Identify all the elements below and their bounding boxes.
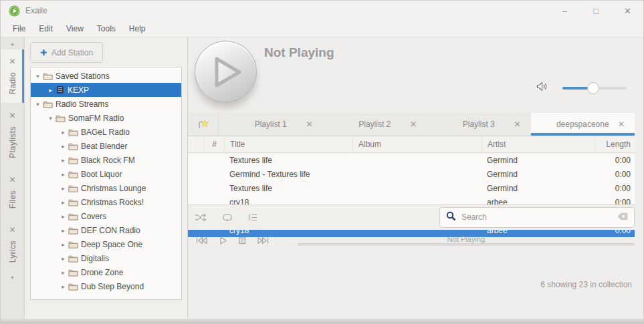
- close-tab-icon[interactable]: ✕: [514, 120, 520, 129]
- tree-item-label: Drone Zone: [81, 268, 123, 277]
- close-panel-icon[interactable]: ✕: [9, 225, 15, 234]
- header-title[interactable]: Title: [224, 136, 352, 152]
- repeat-button[interactable]: [222, 213, 233, 222]
- track-row[interactable]: Germind - Textures life Germind 0:00: [188, 167, 635, 181]
- title-bar: Exaile – □ ✕: [1, 1, 643, 21]
- stations-tree: ▾ Saved Stations ▸: [30, 67, 182, 300]
- tree-item-covers[interactable]: ▸ Covers: [31, 209, 181, 223]
- playlist-tab-label: Playlist 2: [358, 120, 391, 129]
- tree-item-bagel-radio[interactable]: ▸ BAGeL Radio: [31, 125, 181, 139]
- header-num[interactable]: #: [204, 136, 224, 152]
- side-tab-radio[interactable]: ✕ Radio: [1, 49, 24, 103]
- tree-item-def-con-radio[interactable]: ▸ DEF CON Radio: [31, 223, 181, 237]
- menu-item-view[interactable]: View: [60, 24, 90, 33]
- menu-item-file[interactable]: File: [6, 24, 32, 33]
- play-button[interactable]: [218, 236, 227, 245]
- volume-slider[interactable]: [562, 82, 627, 94]
- menu-item-edit[interactable]: Edit: [32, 24, 60, 33]
- tree-item-radio-streams[interactable]: ▾ Radio Streams: [31, 97, 181, 111]
- playlist-tab-bar: Playlist 1 ✕ Playlist 2 ✕ Playlist 3 ✕ d…: [188, 113, 635, 136]
- track-row[interactable]: Textures life Germind 0:00: [188, 181, 635, 195]
- speaker-icon[interactable]: [536, 82, 548, 94]
- header-length[interactable]: Length: [595, 136, 635, 152]
- playlist-tab-playlist-3[interactable]: Playlist 3 ✕: [427, 113, 531, 136]
- expander-icon[interactable]: ▸: [59, 283, 68, 290]
- expander-icon[interactable]: ▾: [33, 101, 42, 108]
- tree-item-beat-blender[interactable]: ▸ Beat Blender: [31, 139, 181, 153]
- tree-item-label: Deep Space One: [81, 240, 142, 249]
- expander-icon[interactable]: ▸: [59, 199, 68, 206]
- playlist-tab-playlist-2[interactable]: Playlist 2 ✕: [323, 113, 427, 136]
- new-playlist-button[interactable]: [188, 113, 219, 136]
- plus-icon: ✚: [40, 48, 47, 57]
- next-button[interactable]: [257, 236, 270, 245]
- expander-icon[interactable]: ▸: [59, 129, 68, 136]
- clear-search-icon[interactable]: [617, 211, 628, 223]
- maximize-button[interactable]: □: [580, 6, 612, 16]
- tree-item-somafm-radio[interactable]: ▾ SomaFM Radio: [31, 111, 181, 125]
- expander-icon[interactable]: ▸: [59, 185, 68, 192]
- radio-panel: ✚ Add Station ▾ Saved Stations ▸: [25, 37, 188, 319]
- header-album[interactable]: Album: [352, 136, 481, 152]
- previous-button[interactable]: [195, 236, 208, 245]
- seek-bar[interactable]: Not Playing: [298, 235, 635, 246]
- side-tab-lyrics[interactable]: ✕ Lyrics: [1, 218, 24, 271]
- expander-icon[interactable]: ▸: [59, 171, 68, 178]
- playlist-tab-playlist-1[interactable]: Playlist 1 ✕: [219, 113, 323, 136]
- cell-artist: Germind: [481, 156, 595, 165]
- expander-icon[interactable]: ▸: [59, 213, 68, 220]
- expander-icon[interactable]: ▸: [59, 255, 68, 262]
- tree-item-label: Radio Streams: [56, 100, 108, 109]
- content-area: ▲ ✕ Radio ✕ Playlists ✕ Files ✕ Lyrics ▼…: [1, 37, 643, 319]
- tree-item-label: Christmas Rocks!: [81, 198, 144, 207]
- playlist-tab-deepspaceone[interactable]: deepspaceone ✕: [531, 113, 635, 136]
- expander-icon[interactable]: ▸: [59, 269, 68, 276]
- header-artist[interactable]: Artist: [481, 136, 595, 152]
- close-panel-icon[interactable]: ✕: [9, 111, 15, 120]
- exaile-window: Exaile – □ ✕ FileEditViewToolsHelp ▲ ✕ R…: [0, 0, 644, 324]
- expander-icon[interactable]: ▸: [59, 241, 68, 248]
- tree-item-digitalis[interactable]: ▸ Digitalis: [31, 251, 181, 265]
- expander-icon[interactable]: ▸: [46, 87, 55, 94]
- menu-bar: FileEditViewToolsHelp: [1, 21, 643, 37]
- tree-item-christmas-lounge[interactable]: ▸ Christmas Lounge: [31, 181, 181, 195]
- volume-thumb[interactable]: [587, 82, 599, 94]
- folder-icon: [56, 114, 66, 122]
- tree-item-christmas-rocks[interactable]: ▸ Christmas Rocks!: [31, 195, 181, 209]
- expander-icon[interactable]: ▾: [46, 115, 55, 122]
- expander-icon[interactable]: ▸: [59, 143, 68, 150]
- expander-icon[interactable]: ▾: [33, 73, 42, 79]
- menu-item-tools[interactable]: Tools: [90, 24, 122, 33]
- search-input[interactable]: [461, 212, 612, 222]
- tree-item-deep-space-one[interactable]: ▸ Deep Space One: [31, 237, 181, 251]
- expander-icon[interactable]: ▸: [59, 227, 68, 234]
- stop-button[interactable]: [237, 236, 247, 245]
- menu-item-help[interactable]: Help: [122, 24, 152, 33]
- minimize-button[interactable]: –: [549, 6, 580, 16]
- close-panel-icon[interactable]: ✕: [9, 175, 15, 184]
- close-tab-icon[interactable]: ✕: [618, 120, 625, 129]
- tree-item-saved-stations[interactable]: ▾ Saved Stations: [31, 69, 181, 83]
- close-panel-icon[interactable]: ✕: [9, 57, 15, 66]
- scroll-down-icon[interactable]: ▼: [1, 273, 24, 283]
- tree-item-kexp[interactable]: ▸ KEXP: [31, 83, 181, 97]
- tree-item-dub-step-beyond[interactable]: ▸ Dub Step Beyond: [31, 279, 181, 293]
- scroll-up-icon[interactable]: ▲: [1, 39, 24, 49]
- track-row[interactable]: Textures life Germind 0:00: [188, 153, 635, 167]
- close-tab-icon[interactable]: ✕: [306, 120, 312, 129]
- expander-icon[interactable]: ▸: [59, 157, 68, 164]
- tree-item-black-rock-fm[interactable]: ▸ Black Rock FM: [31, 153, 181, 167]
- dynamic-playlist-button[interactable]: [248, 213, 258, 222]
- cell-artist: Germind: [481, 184, 595, 193]
- tree-item-label: Covers: [81, 212, 106, 221]
- close-tab-icon[interactable]: ✕: [410, 120, 417, 129]
- tree-item-boot-liquor[interactable]: ▸ Boot Liquor: [31, 167, 181, 181]
- big-play-button[interactable]: [195, 41, 257, 103]
- tree-item-drone-zone[interactable]: ▸ Drone Zone: [31, 265, 181, 279]
- side-tab-playlists[interactable]: ✕ Playlists: [1, 104, 24, 167]
- side-tab-files[interactable]: ✕ Files: [1, 168, 24, 217]
- shuffle-button[interactable]: [195, 213, 207, 222]
- add-station-button[interactable]: ✚ Add Station: [30, 42, 103, 63]
- close-button[interactable]: ✕: [612, 6, 643, 16]
- folder-icon: [68, 282, 78, 291]
